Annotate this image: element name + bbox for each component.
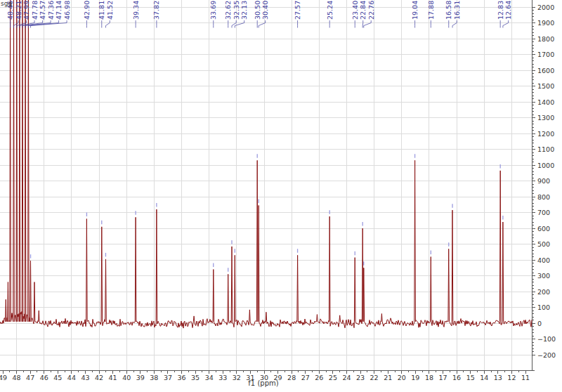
x-tick-label: 16	[452, 374, 461, 381]
peak-label[interactable]: 47.36	[47, 1, 55, 20]
y-tick-label: 1100	[537, 145, 554, 153]
spectrum-trace	[0, 0, 532, 328]
peak-label[interactable]: 30.50	[254, 1, 261, 20]
peak-label-connector	[452, 20, 457, 28]
y-tick-label: 700	[537, 209, 550, 216]
y-tick-label: 600	[537, 225, 550, 233]
x-tick-label: 23	[356, 374, 365, 381]
y-tick-label: 900	[537, 177, 550, 185]
x-tick-label: 45	[53, 374, 62, 381]
x-tick-label: 15	[466, 374, 475, 381]
peak-label-connector	[31, 20, 67, 28]
peak-label[interactable]: 32.35	[233, 1, 240, 20]
y-tick-label: 1900	[537, 19, 554, 27]
x-tick-label: 43	[81, 374, 89, 381]
peak-label[interactable]: 47.57	[39, 1, 46, 20]
nmr-spectrum-window: 4948474645444342414039383736353433323130…	[0, 0, 562, 392]
x-tick-label: 35	[191, 374, 200, 381]
peak-label[interactable]: 41.81	[98, 1, 105, 20]
peak-label-connector	[503, 20, 509, 28]
peak-label[interactable]: 47.99	[22, 1, 30, 20]
y-tick-label: 100	[537, 303, 550, 311]
y-tick-label: 1000	[537, 162, 554, 169]
y-tick-label: 1600	[537, 67, 554, 74]
x-tick-label: 33	[218, 374, 227, 381]
peak-label[interactable]: 17.88	[427, 1, 435, 20]
y-tick-label: 500	[537, 240, 550, 248]
peak-label[interactable]: 48.21	[15, 1, 22, 20]
x-tick-label: 36	[177, 374, 185, 381]
x-tick-label: 21	[384, 374, 392, 381]
peak-label[interactable]: 22.84	[359, 1, 367, 20]
x-tick-label: 14	[480, 374, 488, 381]
peak-label[interactable]: 23.40	[351, 1, 359, 20]
x-tick-label: 25	[329, 374, 337, 381]
peak-label[interactable]: 32.62	[224, 1, 232, 20]
peak-label[interactable]: 16.31	[453, 1, 461, 20]
x-tick-label: 44	[67, 374, 76, 381]
peak-label[interactable]: 46.98	[63, 1, 71, 20]
y-tick-label: 400	[537, 256, 550, 264]
peak-label[interactable]: 12.64	[504, 1, 512, 20]
peak-label[interactable]: 47.78	[31, 1, 39, 20]
y-tick-label: 0	[537, 320, 542, 327]
y-tick-label: 1400	[537, 98, 554, 106]
x-tick-label: 18	[425, 374, 433, 381]
peak-label[interactable]: 32.13	[240, 1, 248, 20]
x-tick-label: 34	[205, 374, 214, 381]
peak-label[interactable]: 37.82	[152, 1, 160, 20]
x-tick-label: 38	[150, 374, 158, 381]
peak-label[interactable]: 16.58	[445, 1, 452, 20]
y-tick-label: −100	[537, 335, 556, 343]
peak-label-connector	[364, 20, 371, 28]
peak-label[interactable]: 33.69	[209, 1, 217, 20]
x-tick-label: 42	[95, 374, 103, 381]
x-tick-label: 49	[0, 374, 7, 381]
y-tick-label: 300	[537, 272, 550, 280]
x-tick-label: 39	[136, 374, 145, 381]
watermark-text: sgg	[1, 0, 12, 7]
peak-label[interactable]: 30.40	[261, 1, 269, 20]
peak-label-connector	[362, 20, 363, 28]
y-tick-label: −200	[537, 351, 556, 359]
peak-label-connector	[105, 20, 110, 28]
x-tick-label: 47	[26, 374, 34, 381]
x-tick-label: 12	[507, 374, 516, 381]
y-tick-label: 1300	[537, 114, 554, 122]
x-tick-label: 40	[122, 374, 131, 381]
peak-label[interactable]: 27.57	[294, 1, 301, 20]
x-tick-label: 46	[40, 374, 48, 381]
x-tick-label: 41	[109, 374, 117, 381]
x-tick-label: 13	[494, 374, 502, 381]
peak-label[interactable]: 42.90	[83, 1, 91, 20]
x-tick-label: 37	[164, 374, 172, 381]
x-tick-label: 24	[342, 374, 351, 381]
y-tick-label: 1800	[537, 35, 554, 43]
y-tick-label: 2000	[537, 4, 554, 11]
x-tick-label: 20	[398, 374, 406, 381]
x-tick-label: 22	[370, 374, 379, 381]
peak-label[interactable]: 39.34	[132, 1, 140, 20]
peak-label[interactable]: 19.04	[411, 1, 419, 20]
y-tick-label: 200	[537, 288, 550, 296]
peak-label[interactable]: 47.14	[55, 1, 63, 20]
x-tick-label: 11	[521, 374, 530, 381]
spectrum-plot-canvas[interactable]: 4948474645444342414039383736353433323130…	[0, 0, 562, 392]
x-tick-label: 48	[13, 374, 21, 381]
x-tick-label: 19	[411, 374, 419, 381]
y-tick-label: 1700	[537, 51, 554, 58]
x-tick-label: 26	[315, 374, 323, 381]
peak-label-connector	[232, 20, 236, 28]
x-axis-title: f1 (ppm)	[238, 379, 289, 387]
peak-label[interactable]: 22.76	[367, 1, 375, 20]
peak-label[interactable]: 41.52	[106, 1, 114, 20]
peak-label[interactable]: 25.24	[326, 1, 334, 20]
y-tick-label: 1500	[537, 82, 554, 90]
y-tick-label: 1200	[537, 130, 554, 138]
x-tick-label: 17	[438, 374, 447, 381]
peak-label[interactable]: 12.83	[497, 1, 504, 20]
y-tick-label: 800	[537, 193, 550, 201]
x-tick-label: 27	[301, 374, 310, 381]
peak-label-connector	[13, 20, 18, 28]
